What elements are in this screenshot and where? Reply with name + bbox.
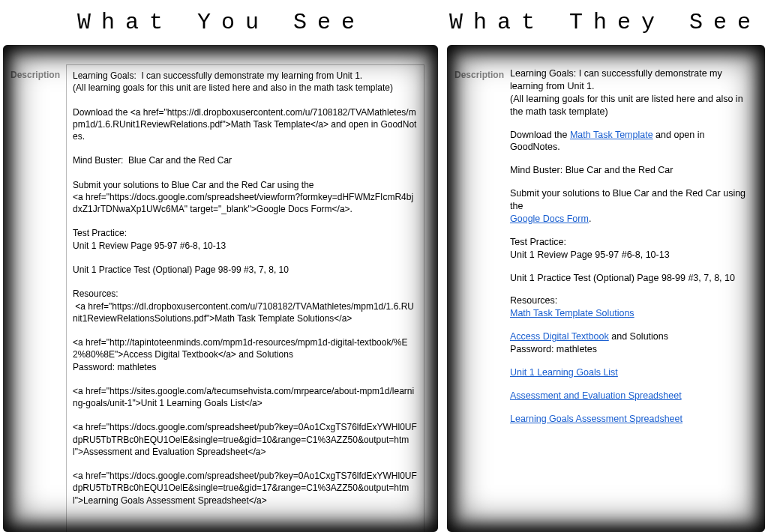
description-label-right: Description: [454, 64, 510, 81]
digital-textbook-link[interactable]: Access Digital Textbook: [510, 331, 609, 342]
learning-goals-link-block: Unit 1 Learning Goals List: [510, 366, 752, 379]
header-what-they-see: What They See: [442, 10, 768, 35]
rendered-description: Learning Goals: I can successfully demon…: [510, 64, 752, 436]
math-task-solutions-link[interactable]: Math Task Template Solutions: [510, 308, 634, 318]
download-pre: Download the: [510, 130, 570, 140]
learning-goals-list-link[interactable]: Unit 1 Learning Goals List: [510, 367, 618, 378]
submit-paragraph: Submit your solutions to Blue Car and th…: [510, 187, 752, 226]
panels-row: Description Learning Goals: I can succes…: [0, 45, 768, 532]
assessment-link-block: Assessment and Evaluation Spreadsheet: [510, 390, 752, 402]
raw-html-source-box: Learning Goals: I can successfully demon…: [66, 64, 424, 532]
learning-goals-line1: Learning Goals: I can successfully demon…: [510, 68, 722, 91]
textbook-block: Access Digital Textbook and Solutions Pa…: [510, 330, 752, 356]
test-practice-text: Test Practice: Unit 1 Review Page 95-97 …: [510, 236, 752, 262]
download-paragraph: Download the Math Task Template and open…: [510, 129, 752, 154]
description-label-left: Description: [10, 64, 66, 81]
math-task-template-link[interactable]: Math Task Template: [570, 130, 653, 140]
submit-pre: Submit your solutions to Blue Car and th…: [510, 188, 746, 211]
learning-goals-assessment-link[interactable]: Learning Goals Assessment Spreadsheet: [510, 414, 682, 424]
google-docs-form-link[interactable]: Google Docs Form: [510, 214, 589, 224]
resources-label: Resources:: [510, 295, 557, 306]
submit-post: .: [589, 214, 591, 224]
practice-test-text: Unit 1 Practice Test (Optional) Page 98-…: [510, 272, 752, 285]
learning-goals-text: Learning Goals: I can successfully demon…: [510, 67, 752, 118]
lg-assessment-link-block: Learning Goals Assessment Spreadsheet: [510, 413, 752, 426]
test-practice-detail: Unit 1 Review Page 95-97 #6-8, 10-13: [510, 250, 670, 260]
header-what-you-see: What You See: [0, 10, 442, 35]
assessment-evaluation-link[interactable]: Assessment and Evaluation Spreadsheet: [510, 390, 682, 401]
test-practice-label: Test Practice:: [510, 237, 566, 247]
resources-block: Resources: Math Task Template Solutions: [510, 294, 752, 320]
mind-buster-text: Mind Buster: Blue Car and the Red Car: [510, 164, 752, 177]
headers-row: What You See What They See: [0, 0, 768, 45]
panel-what-they-see: Description Learning Goals: I can succes…: [447, 45, 765, 532]
textbook-post: and Solutions: [609, 331, 668, 342]
password-text: Password: mathletes: [510, 344, 597, 354]
panel-what-you-see: Description Learning Goals: I can succes…: [3, 45, 438, 532]
learning-goals-line2: (All learning goals for this unit are li…: [510, 94, 743, 117]
